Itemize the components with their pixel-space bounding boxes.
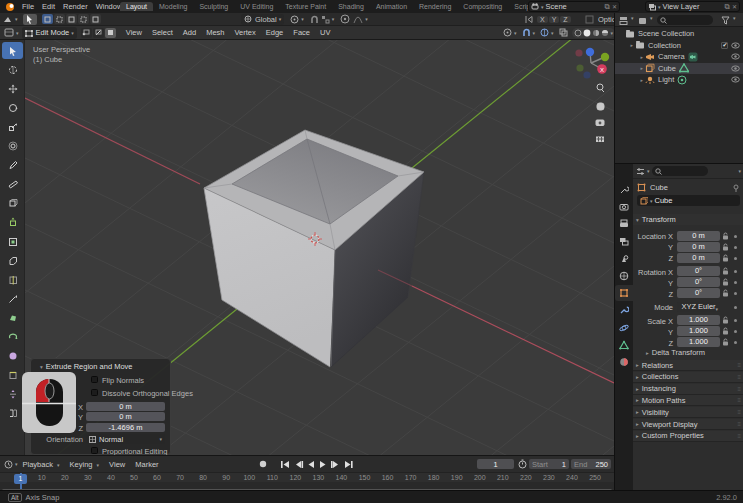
outliner-row-camera[interactable]: ▸Camera: [615, 51, 743, 63]
breadcrumb-object[interactable]: Cube: [650, 183, 668, 192]
viewport-menu-mesh[interactable]: Mesh: [201, 28, 229, 37]
collection-checkbox[interactable]: ✔: [721, 42, 728, 49]
tool-bevel[interactable]: [2, 252, 23, 269]
section-motion-paths[interactable]: ▸Motion Paths≡: [633, 395, 743, 406]
new-scene-icon[interactable]: ⧉: [605, 2, 610, 12]
proportional-checkbox[interactable]: [91, 447, 98, 454]
animate-dot[interactable]: [734, 292, 737, 295]
workspace-tab-uv-editing[interactable]: UV Editing: [234, 2, 279, 11]
tool-knife[interactable]: [2, 290, 23, 307]
properties-tab-scene[interactable]: [615, 251, 633, 267]
op-orientation-dropdown[interactable]: Normal ▾: [86, 434, 165, 444]
lock-icon[interactable]: [722, 278, 729, 286]
prop-field-5[interactable]: 0°: [677, 288, 720, 298]
object-name-field[interactable]: ▾ Cube: [637, 195, 740, 206]
editor-type-icon[interactable]: [3, 15, 13, 24]
tool-option-4[interactable]: [90, 14, 101, 24]
properties-tab-output[interactable]: [615, 216, 633, 232]
current-frame-field[interactable]: 1: [477, 459, 514, 469]
tool-option-0[interactable]: [42, 14, 53, 24]
tool-inset-faces[interactable]: [2, 233, 23, 250]
animate-dot[interactable]: [734, 341, 737, 344]
orientation-dropdown[interactable]: Global ▾ ▾ ▾ ▾: [241, 14, 368, 25]
jump-end-icon[interactable]: [343, 460, 354, 469]
axis-z-ball[interactable]: [586, 48, 594, 56]
tool-add-cube[interactable]: [2, 195, 23, 212]
lock-icon[interactable]: [722, 267, 729, 275]
tool-measure[interactable]: [2, 176, 23, 193]
hide-eye-icon[interactable]: [731, 53, 740, 60]
shading-wireframe-icon[interactable]: [574, 29, 582, 37]
outliner-row-collection[interactable]: ▸Collection✔: [615, 40, 743, 52]
section-viewport-display[interactable]: ▸Viewport Display≡: [633, 419, 743, 430]
close-scene-icon[interactable]: ✕: [612, 3, 617, 10]
outliner-display-mode-icon[interactable]: [619, 16, 628, 25]
tool-edge-slide[interactable]: [2, 367, 23, 384]
active-tool-button[interactable]: [23, 14, 37, 25]
prop-field-8[interactable]: 1.000: [677, 326, 720, 336]
viewport-menu-add[interactable]: Add: [178, 28, 201, 37]
section-collections[interactable]: ▸Collections≡: [633, 372, 743, 383]
tool-poly-build[interactable]: [2, 309, 23, 326]
workspace-tab-texture-paint[interactable]: Texture Paint: [279, 2, 332, 11]
snap-magnet-icon[interactable]: [310, 15, 319, 24]
workspace-tab-compositing[interactable]: Compositing: [457, 2, 508, 11]
tool-cursor[interactable]: [2, 61, 23, 78]
lock-icon[interactable]: [722, 327, 729, 335]
camera-view-icon[interactable]: [596, 120, 604, 126]
navigation-gizmo[interactable]: X: [545, 45, 610, 155]
zoom-icon[interactable]: [597, 84, 604, 92]
lock-icon[interactable]: [722, 254, 729, 262]
view-layer-selector[interactable]: ▾ View Layer ⧉ ✕: [645, 1, 740, 12]
axis-neg-y-ball[interactable]: [576, 64, 583, 71]
hide-eye-icon[interactable]: [731, 65, 740, 72]
editor-3dview-icon[interactable]: [4, 28, 14, 37]
perspective-toggle-icon[interactable]: [597, 137, 604, 142]
prop-field-6[interactable]: XYZ Euler▾: [677, 302, 720, 312]
select-mode-vertex[interactable]: [81, 28, 92, 38]
hide-eye-icon[interactable]: [731, 42, 740, 49]
prop-field-1[interactable]: 0 m: [677, 242, 720, 252]
menu-render[interactable]: Render: [59, 2, 92, 11]
tool-scale[interactable]: [2, 118, 23, 135]
animate-dot[interactable]: [734, 246, 737, 249]
properties-tab-object-data[interactable]: [615, 337, 633, 353]
viewport-menu-face[interactable]: Face: [288, 28, 315, 37]
viewport-menu-vertex[interactable]: Vertex: [230, 28, 261, 37]
properties-tab-render[interactable]: [615, 199, 633, 215]
menu-edit[interactable]: Edit: [38, 2, 59, 11]
tool-annotate[interactable]: [2, 157, 23, 174]
tool-extrude-region[interactable]: [2, 214, 23, 231]
timeline-ruler[interactable]: 1020304050607080901001101201301401501601…: [0, 472, 614, 488]
workspace-tab-animation[interactable]: Animation: [370, 2, 413, 11]
tool-rotate[interactable]: [2, 99, 23, 116]
lock-icon[interactable]: [722, 289, 729, 297]
workspace-tab-modeling[interactable]: Modeling: [153, 2, 193, 11]
autokey-record-icon[interactable]: [258, 459, 268, 469]
next-keyframe-icon[interactable]: [330, 460, 341, 469]
snap-icon[interactable]: [522, 28, 531, 37]
proportional-editing-icon[interactable]: [340, 14, 350, 24]
mirror-axis-x[interactable]: X: [537, 16, 548, 23]
pivot-point-icon[interactable]: [290, 15, 299, 24]
tool-rip-region[interactable]: [2, 405, 23, 422]
viewport-menu-uv[interactable]: UV: [315, 28, 335, 37]
new-layer-icon[interactable]: ⧉: [725, 2, 730, 12]
tool-move[interactable]: [2, 80, 23, 97]
select-mode-face[interactable]: [105, 28, 116, 38]
select-mode-edge[interactable]: [93, 28, 104, 38]
dissolve-checkbox[interactable]: [91, 389, 98, 396]
op-move-field-0[interactable]: 0 m: [86, 402, 165, 411]
timeline-menu-playback[interactable]: Playback ▾: [18, 460, 65, 469]
prop-field-4[interactable]: 0°: [677, 277, 720, 287]
prop-field-9[interactable]: 1.000: [677, 337, 720, 347]
animate-dot[interactable]: [734, 319, 737, 322]
workspace-tab-layout[interactable]: Layout: [120, 2, 153, 11]
properties-search[interactable]: [652, 166, 708, 176]
tool-select-box[interactable]: [2, 42, 23, 59]
delta-transform-header[interactable]: ▸Delta Transform: [643, 348, 705, 357]
tool-option-1[interactable]: [54, 14, 65, 24]
start-frame-field[interactable]: Start1: [529, 459, 569, 469]
axis-y-ball[interactable]: [601, 53, 609, 61]
tool-option-2[interactable]: [66, 14, 77, 24]
